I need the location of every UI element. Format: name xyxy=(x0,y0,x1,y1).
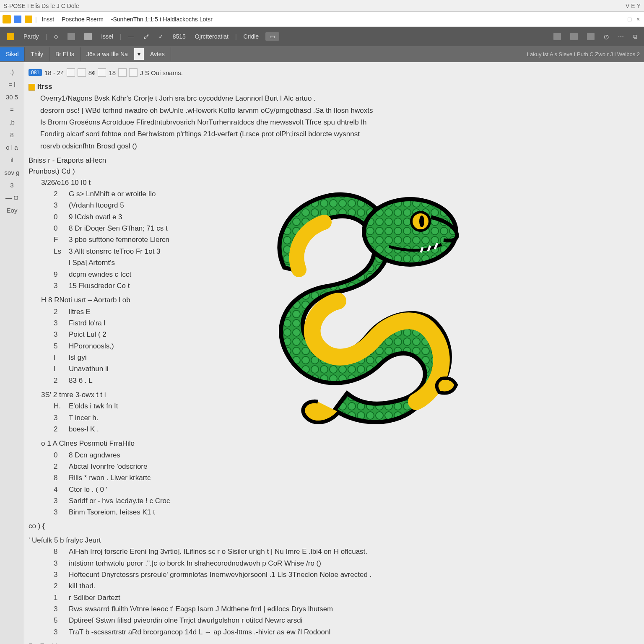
doc-icon-2[interactable] xyxy=(24,15,33,23)
ribbon-right-3[interactable] xyxy=(584,31,597,42)
app-icon xyxy=(3,15,11,23)
list-item-num: 3 xyxy=(54,507,65,518)
tab-thily[interactable]: Thily xyxy=(25,47,49,61)
doc-tb-icon-5[interactable] xyxy=(129,68,138,77)
list-item: 5Dptireef Sstwn filisd pvieordin olne Tr… xyxy=(54,615,637,626)
close-button[interactable]: Y xyxy=(637,3,641,9)
list-item: 315 Fkusdredor Co t xyxy=(54,280,637,291)
ribbon-check-icon[interactable]: ✓ xyxy=(156,32,166,41)
doc-tb-icon-3[interactable] xyxy=(98,68,106,77)
list-item-num: 0 xyxy=(54,212,65,223)
ribbon-cridle[interactable]: Cridle xyxy=(241,32,262,41)
list-item: 3Hoftecunt Dnyrctossrs prsreule' grormnl… xyxy=(54,569,637,580)
ribbon-paste-icon[interactable] xyxy=(65,31,78,42)
ribbon: Pardy | ◇ Issel | — 🖉 ✓ 8515 Ojrctteroat… xyxy=(0,27,644,46)
tab-right-text: Lakuy lst A s Sieve I Putb C Zwo r J i W… xyxy=(523,51,644,57)
sect4-title: 5vt Z whi. xyxy=(29,641,637,644)
list-item: 3Binm Tsoreiom, Ieitses K1 t xyxy=(54,507,637,518)
list-item-text: Rws swsarrd fluilth \Vtnre leeoc t' Eags… xyxy=(69,604,333,615)
doc-icon-1[interactable] xyxy=(13,15,22,23)
doc-tb-1: 8¢ xyxy=(88,69,96,76)
titlebar: S-POSE I Elis Ds le J C Dole V E Y xyxy=(0,0,644,12)
list-item: 9dcpm ewndes c Icct xyxy=(54,269,637,280)
ribbon-badge[interactable]: ▭ xyxy=(265,32,279,41)
ribbon-arrow-icon[interactable]: ◇ xyxy=(51,32,61,41)
list-item-text: Abctal Ivonrfre 'odscriore xyxy=(69,461,148,472)
list-item-text: T incer h. xyxy=(69,413,99,423)
ribbon-home-icon[interactable] xyxy=(4,31,17,42)
list-item-num: 1 xyxy=(54,592,65,603)
ribbon-pop-icon[interactable]: 🖉 xyxy=(141,32,152,41)
list-item: 3intstionr torhwtolu poror .".|c to borc… xyxy=(54,558,637,569)
tab-dropdown-icon[interactable]: ▾ xyxy=(134,48,144,60)
list-item: 8AlHah Irroj forscrle Ereni Ing 3vrtio].… xyxy=(54,546,637,557)
ribbon-dots-icon[interactable]: ⋯ xyxy=(615,32,626,41)
tab-sikel[interactable]: Sikel xyxy=(0,47,25,61)
menu-sunhen[interactable]: -SunhenThn 1:1:5 t Haldlackochs Lotsr xyxy=(109,15,215,23)
ribbon-issel[interactable]: Issel xyxy=(99,32,116,41)
doc-tb-icon-2[interactable] xyxy=(78,68,86,77)
gutter-6: o l a xyxy=(2,141,22,153)
list-item-text: 3 pbo sufttone femnorote Llercn xyxy=(69,234,169,245)
window-buttons: V E Y xyxy=(626,3,641,9)
gutter-9: 3 xyxy=(2,179,22,191)
list-item: 283 6 . L xyxy=(54,375,637,386)
list-item: 09 ICdsh ovatl e 3 xyxy=(54,212,637,223)
list-item: 2kilI thad. xyxy=(54,581,637,592)
list-item: 2boes-l K . xyxy=(54,424,637,435)
list3-head: 3S' 2 tmre 3-owx t t i xyxy=(41,390,637,400)
sect2-title: Bniss r - Eraports aHecn xyxy=(29,155,637,166)
list-item: 4Ctor lo . ( 0 ' xyxy=(54,484,637,495)
menu-right[interactable]: □ × xyxy=(628,16,641,23)
tab-avtes[interactable]: Avtes xyxy=(144,47,171,61)
list-item-text: Ctor lo . ( 0 ' xyxy=(69,484,107,495)
ribbon-clock-icon[interactable]: ◷ xyxy=(601,32,611,41)
ribbon-minus-icon[interactable]: — xyxy=(126,32,137,41)
ribbon-right-1[interactable] xyxy=(551,31,564,42)
ribbon-8515[interactable]: 8515 xyxy=(170,32,188,41)
list-item-text: G s> LnMhift e or wroitle Ilo xyxy=(69,189,156,200)
ribbon-box-icon[interactable] xyxy=(82,31,94,42)
list-item-text: (Vrdanh Itoogrd 5 xyxy=(69,200,124,211)
list2-head: H 8 RNoti usrt – Aortarb l ob xyxy=(41,295,637,306)
list-item-text: Unavathun ii xyxy=(69,364,109,374)
list-item-text: l Spa] Artornt's xyxy=(69,257,115,268)
doc-tb-icon-4[interactable] xyxy=(118,68,127,77)
list-item: 3Saridf or - hvs Iacday.te ! c Croc xyxy=(54,496,637,506)
menu-poschoe[interactable]: Poschoe Rserm xyxy=(59,15,106,23)
list-item-num: 3 xyxy=(54,569,65,580)
list-item: Ls3 Allt stonsrrc teTroo Fr 1ot 3 xyxy=(54,246,637,257)
list-item-num: 3 xyxy=(54,329,65,340)
list-item: 1r Sdliber Dartezt xyxy=(54,592,637,603)
min-button[interactable]: V xyxy=(626,3,629,9)
list-item-text: r Sdliber Dartezt xyxy=(69,592,120,603)
list-item-num: 0 xyxy=(54,223,65,234)
tab-j6s[interactable]: J6s a wa Ille Na xyxy=(80,47,134,61)
sect3-title: ' Uefulk 5 b fralyc Jeurt xyxy=(29,535,637,546)
list-item: 2lltres E xyxy=(54,306,637,317)
tabstrip: Sikel Thily Br El Is J6s a wa Ille Na ▾ … xyxy=(0,46,644,62)
list-item-text: 8 Dr iDoqer Sen G'fhan; 71 cs t xyxy=(69,223,168,234)
list-item-num: 3 xyxy=(54,318,65,329)
list-item-text: 83 6 . L xyxy=(69,375,93,386)
ribbon-copy-icon[interactable]: ⧉ xyxy=(631,32,640,42)
list-item: 3TraT b -scsssrtrstr aRd brcorgancop 14d… xyxy=(54,627,637,638)
list-item-text: Hoftecunt Dnyrctossrs prsreule' grormnlo… xyxy=(69,569,371,580)
list-item-num: 5 xyxy=(54,341,65,352)
doc-toolbar: 081 18 - 24 8¢ 18 J S Oui snams. xyxy=(29,66,637,79)
menu-insert[interactable]: Insst xyxy=(39,15,57,23)
ribbon-pardy[interactable]: Pardy xyxy=(21,32,42,41)
ribbon-ojrct[interactable]: Ojrctteroatiat xyxy=(192,32,231,41)
tab-brelis[interactable]: Br El Is xyxy=(49,47,80,61)
editor[interactable]: 081 18 - 24 8¢ 18 J S Oui snams. Itrss O… xyxy=(24,62,644,644)
sep: | xyxy=(35,16,37,23)
list1-title: 3/26/e16 10 I0 t xyxy=(41,177,637,188)
s1-l2: Is Brorm Groséons Acrotduoe Ffiredtntubr… xyxy=(40,117,637,128)
max-button[interactable]: E xyxy=(631,3,635,9)
gutter-0: ,) xyxy=(2,65,22,78)
list-item-text: boes-l K . xyxy=(69,424,99,435)
ribbon-right-2[interactable] xyxy=(568,31,580,42)
doc-badge[interactable]: 081 xyxy=(29,69,42,76)
doc-tb-icon-1[interactable] xyxy=(67,68,75,77)
list-item: 2G s> LnMhift e or wroitle Ilo xyxy=(54,189,637,200)
